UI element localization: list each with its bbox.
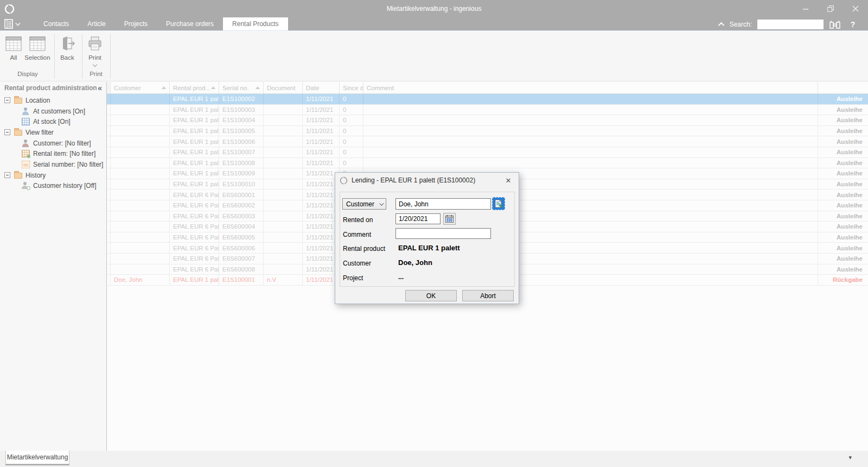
dialog-close-icon[interactable]: ✕ [502,176,514,185]
column-header-product[interactable]: Rental prod... [170,82,219,93]
table-row[interactable]: EPAL EUR 1 palettE1S1000071/11/20210Ausl… [107,147,868,158]
column-header-since[interactable]: Since d... [340,82,363,93]
close-window-button[interactable] [843,0,868,17]
document-tab[interactable]: Mietartikelverwaltung [5,451,69,464]
print-button[interactable]: Print [82,34,107,67]
column-header-serial[interactable]: Serial no. [219,82,264,93]
customer-input[interactable] [395,198,491,210]
cell-document [264,158,303,168]
tree-item-customer-history[interactable]: Customer history [Off] [0,181,106,192]
cell-action-link[interactable]: Ausleihe [818,243,868,253]
cell-action-link[interactable]: Ausleihe [818,179,868,190]
cell-customer [111,190,170,200]
selection-button[interactable]: Selection [25,34,50,67]
print-dropdown-icon[interactable] [93,62,97,67]
tab-overflow-icon[interactable]: ▾ [848,454,852,461]
tab-projects[interactable]: Projects [115,17,157,30]
header-gutter-cell [107,82,111,93]
cell-product: EPAL EUR 6 Palett [170,211,219,222]
cell-serial: E1S100005 [219,126,264,136]
help-icon[interactable]: ? [846,20,859,29]
column-header-label: Serial no. [222,85,249,91]
binoculars-icon[interactable] [829,20,841,29]
cell-customer [111,254,170,264]
cell-action-link[interactable]: Ausleihe [818,105,868,115]
comment-input[interactable] [395,228,491,239]
cell-action-link[interactable]: Ausleihe [818,94,868,104]
cell-customer [111,243,170,253]
collapse-ribbon-icon[interactable] [718,22,724,28]
minimize-button[interactable] [793,0,818,17]
cell-action-link[interactable]: Ausleihe [818,136,868,147]
cell-product: EPAL EUR 1 palett [170,147,219,157]
cell-product: EPAL EUR 6 Palett [170,264,219,275]
app-menu-button[interactable] [0,17,22,30]
back-button[interactable]: Back [55,34,80,67]
restore-button[interactable] [818,0,843,17]
dialog-titlebar[interactable]: Lending - EPAL EUR 1 palett (E1S100002) … [335,173,519,188]
rented-on-input[interactable] [395,213,441,224]
tab-purchase-orders[interactable]: Purchase orders [157,17,223,30]
cell-date: 1/11/2021 [303,232,340,243]
table-row[interactable]: EPAL EUR 1 palettE1S1000031/11/20210Ausl… [107,105,868,116]
column-header-document[interactable]: Document [264,82,303,93]
cell-action-link[interactable]: Ausleihe [818,115,868,125]
tree-item-serial-number-filter[interactable]: Serial number: [No filter] [0,159,106,170]
cell-action-link[interactable]: Ausleihe [818,147,868,157]
customer-history-icon [22,182,30,190]
all-button[interactable]: All [1,34,26,67]
tree-item-at-customers[interactable]: At customers [On] [0,106,106,117]
tab-article[interactable]: Article [78,17,114,30]
cell-action-link[interactable]: Rückgabe [818,275,868,285]
collapse-panel-icon[interactable]: « [98,84,102,92]
tree-item-at-stock[interactable]: At stock [On] [0,116,106,127]
sort-ascending-icon [211,86,215,89]
tree-item-customer-filter[interactable]: Customer: [No filter] [0,138,106,149]
table-row[interactable]: EPAL EUR 1 palettE1S1000021/11/20210Ausl… [107,94,868,105]
expand-toggle-icon[interactable] [4,129,10,135]
cell-date: 1/11/2021 [303,115,340,125]
ok-button[interactable]: OK [405,290,457,301]
cell-action-link[interactable]: Ausleihe [818,126,868,136]
cell-date: 1/11/2021 [303,211,340,222]
cell-customer [111,211,170,222]
table-row[interactable]: EPAL EUR 1 palettE1S1000081/11/20210Ausl… [107,158,868,169]
cell-action-link[interactable]: Ausleihe [818,264,868,275]
window-title: Mietartikelverwaltung - ingenious [0,5,868,12]
tree-group-history[interactable]: History [0,170,106,181]
cell-document [264,115,303,125]
tree-group-location[interactable]: Location [0,95,106,106]
column-header-comment[interactable]: Comment [363,82,818,93]
column-header-date[interactable]: Date [303,82,340,93]
tree-group-view-filter[interactable]: View filter [0,127,106,138]
abort-button[interactable]: Abort [462,290,514,301]
tab-contacts[interactable]: Contacts [34,17,78,30]
tree-item-rental-item-filter[interactable]: Rental item: [No filter] [0,148,106,159]
cell-action-link[interactable]: Ausleihe [818,158,868,168]
cell-serial: E6S600002 [219,200,264,211]
table-row[interactable]: EPAL EUR 1 palettE1S1000051/11/20210Ausl… [107,126,868,137]
column-header-customer[interactable]: Customer [111,82,170,93]
cell-action-link[interactable]: Ausleihe [818,200,868,211]
select-contact-button[interactable] [492,197,505,210]
expand-toggle-icon[interactable] [4,172,10,178]
cell-action-link[interactable]: Ausleihe [818,232,868,243]
cell-product: EPAL EUR 1 palett [170,168,219,179]
search-input[interactable] [757,20,824,29]
customer-type-select[interactable]: Customer [342,198,386,210]
table-row[interactable]: EPAL EUR 1 palettE1S1000061/11/20210Ausl… [107,136,868,147]
column-header-action[interactable] [818,82,868,93]
tab-rental-products[interactable]: Rental Products [223,17,288,30]
cell-comment [363,105,818,115]
menu-tabrow: ContactsArticleProjectsPurchase ordersRe… [0,17,868,31]
cell-action-link[interactable]: Ausleihe [818,222,868,232]
cell-serial: E1S100001 [219,275,264,285]
cell-action-link[interactable]: Ausleihe [818,190,868,200]
table-row[interactable]: EPAL EUR 1 palettE1S1000041/11/20210Ausl… [107,115,868,126]
expand-toggle-icon[interactable] [4,97,10,103]
calendar-button[interactable] [443,213,456,225]
cell-action-link[interactable]: Ausleihe [818,211,868,222]
cell-action-link[interactable]: Ausleihe [818,168,868,179]
cell-action-link[interactable]: Ausleihe [818,254,868,264]
column-header-label: Customer [114,85,141,91]
